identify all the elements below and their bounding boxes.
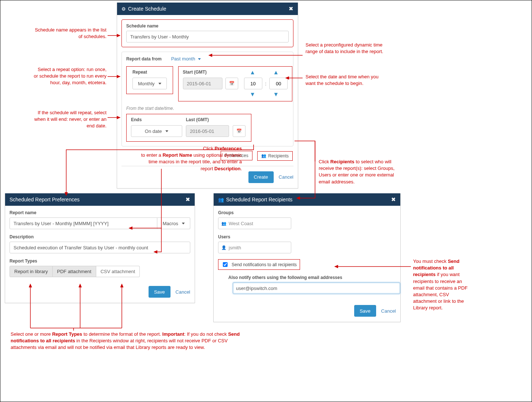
repeat-block: Repeat Monthly — [126, 66, 173, 94]
macros-label: Macros — [162, 221, 178, 226]
chevron-up-icon[interactable]: ▲ — [250, 70, 255, 75]
send-all-checkbox[interactable] — [223, 262, 228, 267]
callout-time-range: Select a preconfigured dynamic time rang… — [306, 42, 390, 55]
users-label: Users — [214, 234, 400, 239]
save-button[interactable]: Save — [149, 286, 171, 298]
groups-label: Groups — [214, 210, 400, 215]
from-start-note: From the start date/time. — [126, 106, 289, 111]
dialog-header: ⚙ Create Schedule ✖ — [117, 3, 298, 15]
chevron-down-icon[interactable]: ▼ — [250, 92, 255, 97]
user-icon: 👤 — [221, 245, 226, 250]
date-range-fieldset: Report data from Past month Repeat Month… — [121, 52, 293, 146]
also-notify-input[interactable]: user@ipswitch.com — [233, 282, 400, 294]
caret-down-icon — [165, 130, 168, 132]
dialog-title: Create Schedule — [128, 6, 166, 12]
dialog-footer: Save Cancel — [10, 281, 190, 303]
recipients-dialog: 👥 Scheduled Report Recipients ✖ Groups 👥… — [213, 193, 401, 322]
chevron-down-icon[interactable]: ▼ — [273, 92, 279, 97]
groups-input[interactable]: 👥 West Coast — [218, 217, 291, 229]
calendar-icon: 📅 — [229, 81, 235, 86]
cancel-link[interactable]: Cancel — [381, 308, 396, 314]
time-separator: : — [265, 81, 267, 86]
type-csv[interactable]: CSV attachment — [96, 266, 140, 277]
start-label: Start (GMT) — [183, 70, 241, 75]
repeat-label: Repeat — [132, 70, 167, 75]
start-minute-input[interactable] — [269, 78, 288, 89]
dialog-header: 👥 Scheduled Report Recipients ✖ — [214, 193, 400, 206]
last-date-input[interactable] — [186, 125, 229, 137]
ends-value: On date — [145, 129, 162, 134]
type-library[interactable]: Report in library — [10, 266, 53, 277]
dialog-title: Scheduled Report Preferences — [10, 197, 79, 202]
group-icon: 👥 — [221, 221, 226, 226]
callout-schedule-name: Schedule name appears in the list of sch… — [33, 27, 106, 40]
cancel-link[interactable]: Cancel — [176, 289, 190, 295]
callout-recipients: Click Recipients to select who will rece… — [319, 159, 403, 185]
button-label: Create — [254, 174, 268, 180]
users-input[interactable]: 👤 jsmith — [218, 242, 291, 253]
users-value: jsmith — [229, 245, 241, 250]
callout-report-types: Select one or more Report Types to deter… — [11, 331, 245, 351]
caret-down-icon — [182, 223, 185, 224]
group-icon: 👥 — [218, 197, 224, 202]
chevron-up-icon[interactable]: ▲ — [273, 70, 279, 75]
callout-preferences: Click Preferences to enter a Report Name… — [136, 145, 242, 172]
button-label: Save — [360, 308, 371, 314]
close-icon[interactable]: ✖ — [289, 5, 293, 12]
start-block: Start (GMT) ▲ ▲ 📅 : — [178, 66, 293, 101]
cancel-link[interactable]: Cancel — [279, 174, 293, 180]
tab-label: Recipients — [268, 153, 289, 159]
last-label: Last (GMT) — [186, 117, 209, 122]
report-name-input[interactable] — [10, 217, 157, 229]
schedule-name-label: Schedule name — [126, 23, 289, 29]
calendar-button[interactable]: 📅 — [225, 78, 238, 89]
dialog-header: Scheduled Report Preferences ✖ — [5, 193, 195, 206]
report-data-from-text: Past month — [171, 56, 195, 62]
also-notify-value: user@ipswitch.com — [236, 286, 277, 291]
type-pdf[interactable]: PDF attachment — [53, 266, 96, 277]
report-name-label: Report name — [5, 210, 195, 215]
close-icon[interactable]: ✖ — [391, 196, 396, 203]
caret-down-icon — [198, 58, 201, 60]
calendar-button[interactable]: 📅 — [233, 125, 246, 137]
groups-value: West Coast — [229, 221, 253, 226]
report-types-group: Report in library PDF attachment CSV att… — [10, 266, 190, 277]
tab-recipients[interactable]: 👥 Recipients — [257, 151, 293, 161]
preferences-dialog: Scheduled Report Preferences ✖ Report na… — [5, 193, 195, 303]
send-all-label: Send notifications to all recipients — [232, 262, 297, 267]
description-label: Description — [5, 234, 195, 239]
button-label: Save — [154, 289, 165, 295]
callout-send-all: You must check Send notifications to all… — [413, 258, 468, 312]
description-input[interactable] — [10, 242, 190, 253]
group-icon: 👥 — [261, 153, 266, 158]
report-data-from-label: Report data from — [126, 56, 162, 62]
create-button[interactable]: Create — [248, 171, 274, 183]
save-button[interactable]: Save — [354, 305, 376, 317]
ends-label: Ends — [131, 117, 175, 122]
start-date-input[interactable] — [183, 78, 222, 89]
dialog-footer: Save Cancel — [218, 300, 396, 322]
calendar-icon: 📅 — [236, 129, 242, 134]
schedule-name-fieldset: Schedule name — [121, 19, 293, 47]
repeat-value: Monthly — [138, 81, 155, 86]
ends-select[interactable]: On date — [131, 125, 182, 137]
callout-date-time: Select the date and time when you want t… — [306, 74, 379, 87]
repeat-select[interactable]: Monthly — [132, 78, 167, 89]
start-hour-input[interactable] — [244, 78, 262, 89]
gear-icon: ⚙ — [121, 6, 126, 12]
report-data-from-value[interactable]: Past month — [171, 56, 202, 62]
callout-repeat: Select a repeat option: run once, or sch… — [33, 66, 106, 86]
ends-block: Ends Last (GMT) On date 📅 — [126, 114, 251, 142]
callout-ends: If the schedule will repeat, select when… — [33, 109, 106, 130]
report-types-label: Report Types — [5, 258, 195, 264]
caret-down-icon — [158, 83, 161, 85]
close-icon[interactable]: ✖ — [186, 196, 190, 203]
also-notify-label: Also notify others using the following e… — [228, 275, 396, 280]
schedule-name-input[interactable] — [126, 31, 289, 42]
send-all-checkbox-wrap[interactable]: Send notifications to all recipients — [218, 259, 300, 270]
macros-dropdown[interactable]: Macros — [157, 217, 190, 229]
dialog-title: Scheduled Report Recipients — [226, 197, 292, 202]
